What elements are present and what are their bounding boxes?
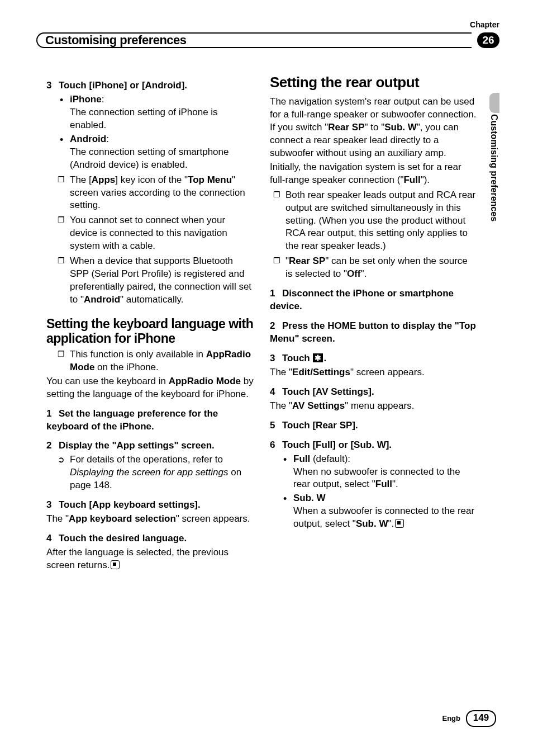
step-number: 2 xyxy=(270,320,282,333)
text: " to " xyxy=(365,122,385,133)
text-bold: Edit/Settings xyxy=(292,367,350,377)
note-item: "Rear SP" can be set only when the sourc… xyxy=(285,255,478,281)
text-bold: App keyboard selection xyxy=(69,513,176,524)
step-3-heading: 3Touch . xyxy=(270,352,478,365)
step-5-heading: 5Touch [Rear SP]. xyxy=(270,419,478,432)
option-full: Full (default): When no subwoofer is con… xyxy=(293,453,478,492)
content-columns: 3Touch [iPhone] or [Android]. iPhone: Th… xyxy=(46,73,478,572)
step-2-heading: 2Press the HOME button to display the "T… xyxy=(270,320,478,346)
paragraph: The navigation system's rear output can … xyxy=(270,96,478,160)
text: " screen appears. xyxy=(176,513,250,524)
step-title: Touch [iPhone] or [Android]. xyxy=(59,80,187,91)
step-3-heading: 3Touch [iPhone] or [Android]. xyxy=(46,79,254,92)
step-4-heading: 4Touch the desired language. xyxy=(46,532,254,545)
step-number: 5 xyxy=(270,419,282,432)
end-of-section-icon xyxy=(111,560,120,569)
step-title: Touch [AV Settings]. xyxy=(282,386,374,397)
note-item: When a device that supports Bluetooth SP… xyxy=(70,255,254,306)
step-title: Touch [App keyboard settings]. xyxy=(59,499,201,510)
paragraph: The "App keyboard selection" screen appe… xyxy=(46,513,254,526)
right-column: Setting the rear output The navigation s… xyxy=(270,73,478,572)
step-number: 2 xyxy=(46,440,59,452)
text-bold: Sub. W xyxy=(384,122,417,133)
text: After the language is selected, the prev… xyxy=(46,547,229,570)
text: ". xyxy=(361,268,367,279)
text: " automatically. xyxy=(120,294,183,305)
text: This function is only available in xyxy=(70,349,206,360)
paragraph: The "Edit/Settings" screen appears. xyxy=(270,366,478,379)
paragraph: You can use the keyboard in AppRadio Mod… xyxy=(46,375,254,401)
option-label: Sub. W xyxy=(293,493,326,503)
step-title: Set the language preference for the keyb… xyxy=(46,408,218,432)
text: The " xyxy=(46,513,69,524)
text-bold: Off xyxy=(347,268,361,279)
step-title: Press the HOME button to display the "To… xyxy=(270,320,476,344)
text-bold: Full xyxy=(375,479,392,489)
text: For details of the operations, refer to xyxy=(70,454,223,465)
option-desc: The connection setting of iPhone is enab… xyxy=(70,106,254,132)
settings-icon xyxy=(313,353,323,362)
step-title: Disconnect the iPhone or smartphone devi… xyxy=(270,288,454,311)
note-item: You cannot set to connect when your devi… xyxy=(70,214,254,253)
paragraph: Initially, the navigation system is set … xyxy=(270,161,478,187)
text: The " xyxy=(270,400,292,411)
text: (default): xyxy=(310,453,350,464)
text: . xyxy=(323,353,326,363)
text: ". xyxy=(388,518,394,529)
note-item: The [Apps] key icon of the "Top Menu" sc… xyxy=(70,174,254,212)
option-label: Android xyxy=(70,134,106,144)
text-bold: AppRadio Mode xyxy=(169,376,241,386)
page-title: Customising preferences xyxy=(45,33,187,48)
chapter-number-badge: 26 xyxy=(477,32,499,48)
step-number: 3 xyxy=(270,352,282,365)
step-number: 1 xyxy=(46,408,59,420)
text-bold: AV Settings xyxy=(292,400,345,411)
option-label: iPhone xyxy=(70,94,102,105)
left-column: 3Touch [iPhone] or [Android]. iPhone: Th… xyxy=(46,73,254,572)
step-number: 4 xyxy=(46,532,59,545)
chapter-label: Chapter xyxy=(470,20,499,29)
text-bold: Rear SP xyxy=(289,256,325,266)
step-number: 3 xyxy=(46,499,59,512)
text: The [ xyxy=(70,174,92,185)
option-subw: Sub. W When a subwoofer is connected to … xyxy=(293,492,478,531)
xref-item: For details of the operations, refer to … xyxy=(70,453,254,492)
end-of-section-icon xyxy=(395,519,404,528)
text-bold: Android xyxy=(84,294,120,305)
text: "). xyxy=(421,174,430,185)
section-heading-keyboard: Setting the keyboard language with appli… xyxy=(46,316,254,346)
option-desc: The connection setting of smartphone (An… xyxy=(70,146,254,172)
note-list: The [Apps] key icon of the "Top Menu" sc… xyxy=(46,174,254,306)
step-1-heading: 1Disconnect the iPhone or smartphone dev… xyxy=(270,287,478,313)
paragraph: The "AV Settings" menu appears. xyxy=(270,400,478,413)
option-android: Android: The connection setting of smart… xyxy=(70,133,254,172)
text-bold: Apps xyxy=(92,174,116,185)
note-item: Both rear speaker leads output and RCA r… xyxy=(285,189,478,253)
step-title: Touch [Full] or [Sub. W]. xyxy=(282,440,392,450)
note-item: This function is only available in AppRa… xyxy=(70,348,254,374)
step-1-heading: 1Set the language preference for the key… xyxy=(46,408,254,433)
text: ". xyxy=(392,479,398,489)
text: on the iPhone. xyxy=(94,362,158,372)
text-bold: Top Menu xyxy=(188,174,232,185)
option-label: Full xyxy=(293,453,310,464)
text: Initially, the navigation system is set … xyxy=(270,162,461,185)
step-number: 1 xyxy=(270,287,282,300)
step-title: Touch the desired language. xyxy=(59,533,187,544)
step-3b-heading: 3Touch [App keyboard settings]. xyxy=(46,499,254,512)
title-bar: Customising preferences xyxy=(36,32,472,48)
option-list: iPhone: The connection setting of iPhone… xyxy=(46,93,254,172)
step-number: 6 xyxy=(270,439,282,452)
side-tab-accent xyxy=(489,93,499,113)
note-list: This function is only available in AppRa… xyxy=(46,348,254,374)
step-title: Touch [Rear SP]. xyxy=(282,420,358,431)
step-4-heading: 4Touch [AV Settings]. xyxy=(270,386,478,399)
text-bold: Sub. W xyxy=(356,518,388,529)
footer-language: Engb xyxy=(442,714,461,722)
section-heading-rear-output: Setting the rear output xyxy=(270,73,478,92)
option-desc: When no subwoofer is connected to the re… xyxy=(293,466,478,492)
step-title: Touch xyxy=(282,353,312,363)
note-list: Both rear speaker leads output and RCA r… xyxy=(270,189,478,281)
step-6-heading: 6Touch [Full] or [Sub. W]. xyxy=(270,439,478,452)
text: The " xyxy=(270,367,292,377)
